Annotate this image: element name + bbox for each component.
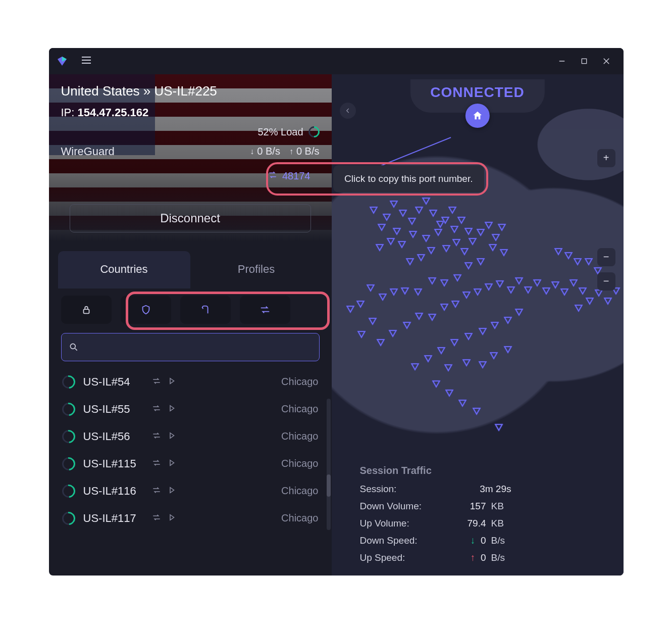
server-row[interactable]: US-IL#55 Chicago	[49, 396, 332, 423]
map-marker-icon[interactable]	[493, 422, 504, 432]
map-marker-icon[interactable]	[416, 252, 427, 262]
map-marker-icon[interactable]	[488, 350, 499, 360]
map-marker-icon[interactable]	[412, 286, 424, 297]
scrollbar-thumb[interactable]	[327, 474, 331, 497]
map-marker-icon[interactable]	[436, 345, 447, 355]
map-marker-icon[interactable]	[391, 226, 402, 236]
map-marker-icon[interactable]	[477, 359, 488, 369]
map-marker-icon[interactable]	[440, 215, 451, 225]
map-marker-icon[interactable]	[439, 277, 450, 287]
map-marker-icon[interactable]	[475, 256, 486, 266]
filter-streaming-button[interactable]	[180, 296, 231, 324]
map-marker-icon[interactable]	[399, 285, 410, 296]
map-marker-icon[interactable]	[472, 286, 483, 297]
map-marker-icon[interactable]	[374, 242, 385, 252]
tab-profiles[interactable]: Profiles	[190, 251, 323, 289]
tab-countries[interactable]: Countries	[58, 251, 190, 289]
server-row[interactable]: US-IL#56 Chicago	[49, 423, 332, 450]
map-marker-icon[interactable]	[502, 344, 513, 354]
hamburger-menu-icon[interactable]	[80, 54, 92, 68]
map-pane[interactable]: CONNECTED + − − Session Traffic Session:…	[332, 74, 624, 576]
map-marker-icon[interactable]	[559, 286, 570, 297]
map-marker-icon[interactable]	[388, 286, 399, 297]
map-marker-icon[interactable]	[471, 406, 482, 416]
zoom-in-button[interactable]: +	[597, 149, 615, 167]
server-row[interactable]: US-IL#115 Chicago	[49, 450, 332, 477]
map-marker-icon[interactable]	[496, 222, 507, 232]
map-marker-icon[interactable]	[376, 222, 387, 232]
zoom-out-button[interactable]: −	[597, 248, 615, 266]
map-marker-icon[interactable]	[505, 284, 516, 295]
map-marker-icon[interactable]	[441, 243, 452, 253]
map-marker-icon[interactable]	[498, 247, 509, 257]
map-marker-icon[interactable]	[483, 281, 494, 292]
map-marker-icon[interactable]	[427, 275, 438, 285]
map-marker-icon[interactable]	[428, 208, 439, 218]
map-marker-icon[interactable]	[461, 290, 472, 300]
home-button[interactable]	[466, 104, 490, 128]
map-marker-icon[interactable]	[513, 307, 525, 317]
map-marker-icon[interactable]	[447, 205, 458, 215]
map-marker-icon[interactable]	[463, 331, 474, 341]
map-marker-icon[interactable]	[421, 196, 432, 206]
map-marker-icon[interactable]	[375, 337, 386, 347]
map-marker-icon[interactable]	[450, 299, 461, 309]
filter-p2p-button[interactable]	[240, 296, 290, 324]
map-marker-icon[interactable]	[356, 329, 367, 339]
map-marker-icon[interactable]	[463, 226, 474, 236]
filter-shield-button[interactable]	[121, 296, 171, 324]
map-marker-icon[interactable]	[387, 328, 398, 338]
map-marker-icon[interactable]	[409, 361, 421, 371]
map-marker-icon[interactable]	[413, 205, 425, 215]
map-marker-icon[interactable]	[355, 299, 366, 309]
map-marker-icon[interactable]	[513, 275, 525, 285]
map-marker-icon[interactable]	[477, 326, 488, 336]
map-marker-icon[interactable]	[381, 212, 392, 222]
close-button[interactable]	[595, 50, 617, 72]
map-marker-icon[interactable]	[407, 229, 419, 239]
map-marker-icon[interactable]	[577, 285, 588, 296]
map-marker-icon[interactable]	[452, 272, 463, 282]
map-marker-icon[interactable]	[494, 278, 505, 289]
map-marker-icon[interactable]	[502, 315, 513, 325]
map-marker-icon[interactable]	[573, 303, 584, 313]
scrollbar[interactable]	[327, 399, 331, 530]
map-marker-icon[interactable]	[406, 216, 418, 226]
map-back-button[interactable]	[340, 103, 356, 119]
map-marker-icon[interactable]	[489, 320, 500, 330]
zoom-reset-button[interactable]: −	[597, 272, 615, 291]
map-marker-icon[interactable]	[467, 236, 478, 246]
map-marker-icon[interactable]	[602, 296, 613, 306]
map-marker-icon[interactable]	[426, 245, 437, 255]
disconnect-button[interactable]: Disconnect	[70, 204, 311, 232]
map-marker-icon[interactable]	[563, 250, 574, 260]
map-marker-icon[interactable]	[401, 320, 412, 330]
map-marker-icon[interactable]	[433, 227, 444, 237]
server-row[interactable]: US-IL#117 Chicago	[49, 505, 332, 532]
map-marker-icon[interactable]	[449, 337, 460, 347]
map-marker-icon[interactable]	[583, 256, 594, 266]
map-marker-icon[interactable]	[463, 260, 474, 270]
filter-secure-core-button[interactable]	[61, 296, 112, 324]
map-marker-icon[interactable]	[487, 242, 498, 252]
map-marker-icon[interactable]	[377, 292, 388, 302]
server-row[interactable]: US-IL#54 Chicago	[49, 368, 332, 396]
map-marker-icon[interactable]	[385, 236, 396, 246]
port-number-button[interactable]: 48174	[259, 165, 320, 187]
map-marker-icon[interactable]	[368, 205, 379, 215]
map-marker-icon[interactable]	[451, 237, 462, 247]
map-marker-icon[interactable]	[461, 357, 472, 367]
maximize-button[interactable]	[573, 50, 595, 72]
map-marker-icon[interactable]	[443, 362, 454, 372]
map-marker-icon[interactable]	[439, 302, 450, 312]
map-marker-icon[interactable]	[490, 232, 501, 242]
map-marker-icon[interactable]	[396, 239, 407, 249]
map-marker-icon[interactable]	[456, 215, 467, 225]
server-row[interactable]: US-IL#116 Chicago	[49, 477, 332, 505]
map-marker-icon[interactable]	[365, 282, 376, 293]
map-marker-icon[interactable]	[404, 256, 416, 266]
map-marker-icon[interactable]	[388, 199, 399, 209]
map-marker-icon[interactable]	[345, 304, 356, 314]
map-marker-icon[interactable]	[459, 246, 470, 256]
map-marker-icon[interactable]	[421, 233, 432, 243]
